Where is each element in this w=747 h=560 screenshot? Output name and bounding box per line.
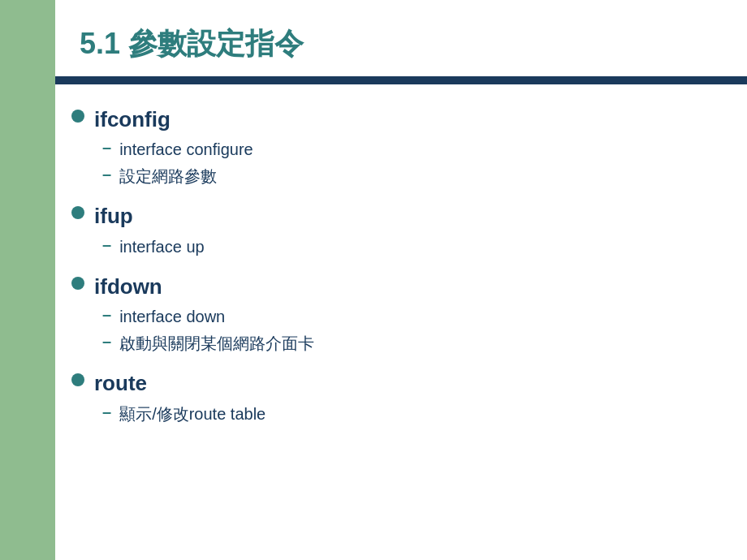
slide-title: 5.1 參數設定指令	[80, 24, 715, 64]
ifdown-subitems: – interface down – 啟動與關閉某個網路介面卡	[94, 304, 715, 355]
bullet-ifup	[71, 206, 84, 219]
title-section: 5.1 參數設定指令	[55, 0, 747, 76]
ifconfig-label: ifconfig	[94, 105, 715, 134]
dash-icon: –	[102, 138, 111, 157]
dash-icon: –	[102, 235, 111, 254]
sub-item: – interface configure	[94, 137, 715, 162]
sub-item: – 顯示/修改route table	[94, 402, 715, 426]
sub-item-text: interface up	[119, 235, 205, 259]
ifdown-content: ifdown – interface down – 啟動與關閉某個網路介面卡	[94, 272, 715, 359]
sub-item: – 啟動與關閉某個網路介面卡	[94, 331, 715, 355]
sub-item-text: 設定網路參數	[119, 164, 217, 188]
sub-item-text: interface configure	[119, 137, 253, 162]
divider-bar	[55, 76, 747, 84]
ifdown-label: ifdown	[94, 272, 715, 301]
sub-item-text: 顯示/修改route table	[119, 402, 266, 426]
dash-icon: –	[102, 332, 111, 351]
dash-icon: –	[102, 305, 111, 324]
route-subitems: – 顯示/修改route table	[94, 402, 715, 426]
ifup-subitems: – interface up	[94, 235, 715, 259]
dash-icon: –	[102, 165, 111, 183]
list-item-ifconfig: ifconfig – interface configure – 設定網路參數	[71, 105, 715, 192]
sub-item-text: 啟動與關閉某個網路介面卡	[119, 331, 314, 355]
list-item-ifdown: ifdown – interface down – 啟動與關閉某個網路介面卡	[71, 272, 715, 359]
bullet-ifconfig	[71, 110, 84, 123]
sub-item: – interface up	[94, 235, 715, 259]
ifup-content: ifup – interface up	[94, 201, 715, 261]
dash-icon: –	[102, 403, 111, 421]
sub-item-text: interface down	[119, 304, 225, 329]
bullet-ifdown	[71, 277, 84, 290]
bullet-route	[71, 373, 84, 386]
ifup-label: ifup	[94, 201, 715, 230]
content-list: ifconfig – interface configure – 設定網路參數 …	[55, 84, 747, 455]
ifconfig-content: ifconfig – interface configure – 設定網路參數	[94, 105, 715, 192]
sub-item: – 設定網路參數	[94, 164, 715, 188]
sub-item: – interface down	[94, 304, 715, 329]
list-item-route: route – 顯示/修改route table	[71, 368, 715, 429]
ifconfig-subitems: – interface configure – 設定網路參數	[94, 137, 715, 188]
route-content: route – 顯示/修改route table	[94, 368, 715, 429]
content-area: 5.1 參數設定指令 ifconfig – interface configur…	[55, 0, 747, 560]
list-item-ifup: ifup – interface up	[71, 201, 715, 261]
route-label: route	[94, 368, 715, 398]
